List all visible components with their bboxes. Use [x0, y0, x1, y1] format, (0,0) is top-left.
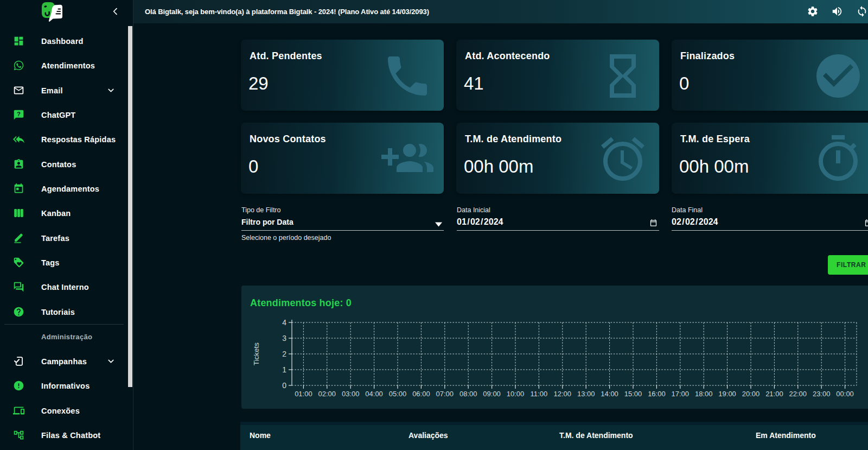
svg-text:15:00: 15:00	[624, 390, 642, 398]
svg-text:3: 3	[282, 334, 286, 343]
svg-text:02:00: 02:00	[318, 390, 336, 398]
svg-text:13:00: 13:00	[577, 390, 595, 398]
svg-text:19:00: 19:00	[718, 390, 736, 398]
svg-text:23:00: 23:00	[813, 390, 831, 398]
svg-text:05:00: 05:00	[389, 390, 407, 398]
svg-text:17:00: 17:00	[672, 390, 690, 398]
svg-text:4: 4	[282, 318, 286, 327]
svg-text:Tickets: Tickets	[252, 343, 260, 366]
svg-text:21:00: 21:00	[765, 390, 783, 398]
svg-text:07:00: 07:00	[436, 390, 454, 398]
svg-text:16:00: 16:00	[648, 390, 666, 398]
svg-text:00:00: 00:00	[836, 390, 854, 398]
svg-text:22:00: 22:00	[789, 390, 807, 398]
svg-text:14:00: 14:00	[601, 390, 618, 398]
svg-text:1: 1	[282, 365, 286, 374]
svg-text:08:00: 08:00	[459, 390, 477, 398]
svg-text:04:00: 04:00	[365, 390, 383, 398]
svg-text:06:00: 06:00	[412, 390, 430, 398]
svg-text:?: ?	[17, 111, 21, 117]
svg-text:01:00: 01:00	[295, 390, 312, 398]
svg-text:09:00: 09:00	[483, 390, 501, 398]
svg-text:03:00: 03:00	[342, 390, 360, 398]
svg-text:12:00: 12:00	[554, 390, 572, 398]
svg-text:10:00: 10:00	[507, 390, 525, 398]
svg-text:2: 2	[282, 350, 286, 358]
svg-text:11:00: 11:00	[531, 390, 548, 398]
svg-text:18:00: 18:00	[695, 390, 713, 398]
svg-text:0: 0	[282, 381, 286, 390]
svg-text:20:00: 20:00	[742, 390, 760, 398]
